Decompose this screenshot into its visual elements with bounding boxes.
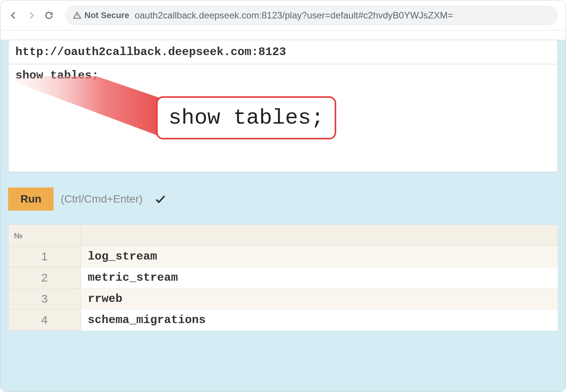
shortcut-hint: (Ctrl/Cmd+Enter)	[61, 193, 142, 205]
forward-icon[interactable]	[26, 10, 37, 21]
table-row[interactable]: 2metric_stream	[8, 267, 558, 288]
not-secure-badge[interactable]: Not Secure	[73, 10, 129, 20]
table-cell-name: metric_stream	[81, 267, 558, 288]
not-secure-label: Not Secure	[84, 10, 129, 20]
row-number: 3	[8, 288, 81, 310]
row-number: 2	[8, 267, 81, 288]
browser-toolbar: Not Secure oauth2callback.deepseek.com:8…	[0, 0, 566, 30]
table-row[interactable]: 1log_stream	[8, 246, 558, 267]
row-number: 1	[8, 246, 81, 267]
address-bar[interactable]: Not Secure oauth2callback.deepseek.com:8…	[65, 5, 558, 25]
table-row[interactable]: 4schema_migrations	[8, 310, 558, 331]
results-table: № 1log_stream2metric_stream3rrweb4schema…	[8, 224, 558, 331]
run-bar: Run (Ctrl/Cmd+Enter)	[8, 184, 558, 214]
reload-icon[interactable]	[44, 10, 54, 21]
table-cell-name: schema_migrations	[81, 310, 558, 331]
row-number-header: №	[8, 225, 81, 246]
table-row[interactable]: 3rrweb	[8, 288, 558, 310]
url-text: oauth2callback.deepseek.com:8123/play?us…	[135, 10, 453, 21]
table-cell-name: rrweb	[81, 288, 558, 310]
server-url-input[interactable]: http://oauth2callback.deepseek.com:8123	[8, 40, 558, 64]
page-content: http://oauth2callback.deepseek.com:8123 …	[0, 40, 566, 392]
row-number: 4	[8, 310, 81, 331]
query-editor[interactable]: show tables;	[8, 64, 558, 172]
back-icon[interactable]	[8, 10, 19, 21]
run-button[interactable]: Run	[8, 188, 54, 211]
query-text: show tables;	[15, 69, 99, 82]
table-cell-name: log_stream	[81, 246, 558, 267]
check-icon	[154, 193, 167, 205]
name-header	[81, 225, 558, 246]
